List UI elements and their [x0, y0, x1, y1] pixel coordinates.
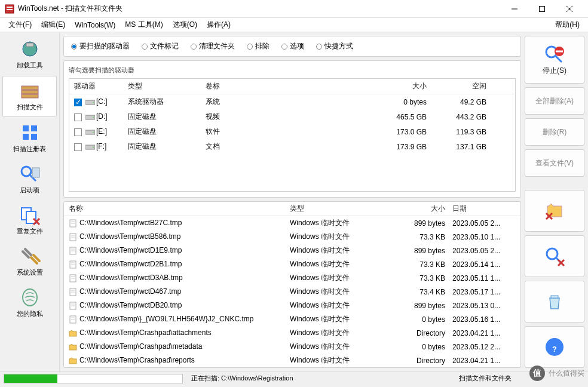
tab-filemarks[interactable]: 文件标记 — [139, 40, 181, 53]
drive-checkbox[interactable]: ✓ — [74, 99, 82, 106]
sidebar-item-privacy[interactable]: 您的隐私 — [2, 283, 57, 323]
file-icon — [69, 315, 77, 324]
app-icon — [5, 4, 14, 14]
view-file-button[interactable]: 查看文件(V) — [525, 149, 584, 177]
file-row[interactable]: C:\Windows\Temp\wctB27C.tmpWindows 临时文件8… — [64, 216, 520, 230]
menu-options[interactable]: 选项(O) — [168, 19, 202, 31]
drive-row[interactable]: [F:]固定磁盘文档173.9 GB137.1 GB — [69, 139, 515, 154]
delete-button[interactable]: 删除(R) — [525, 118, 584, 146]
file-row[interactable]: C:\Windows\Temp\wctD2B1.tmpWindows 临时文件7… — [64, 257, 520, 271]
file-date: 2023.05.05 2... — [445, 247, 516, 255]
menu-wintools[interactable]: WinTools(W) — [70, 20, 120, 30]
sidebar-item-uninstall[interactable]: 卸载工具 — [2, 35, 57, 75]
status-scanning: 正在扫描: C:\Windows\Registration — [186, 374, 298, 383]
scanfiles-icon — [18, 80, 42, 102]
tab-shortcuts[interactable]: 快捷方式 — [314, 40, 356, 53]
file-size: 899 bytes — [379, 247, 445, 255]
file-row[interactable]: C:\Windows\Temp\wctDB20.tmpWindows 临时文件8… — [64, 299, 520, 312]
drive-checkbox[interactable] — [74, 143, 82, 151]
sidebar: 卸载工具 扫描文件 扫描注册表 启动项 重复文件 系统设置 您的隐私 — [0, 32, 60, 371]
file-icon — [69, 233, 77, 241]
col-name[interactable]: 名称 — [69, 204, 290, 214]
tab-cleanfolders[interactable]: 清理文件夹 — [188, 40, 237, 53]
drive-size: 465.5 GB — [289, 113, 427, 121]
file-type: Windows 临时文件 — [290, 287, 379, 297]
file-size: 899 bytes — [379, 302, 445, 310]
sidebar-item-startup[interactable]: 启动项 — [2, 159, 57, 199]
file-list-header: 名称 类型 大小 日期 — [64, 202, 520, 216]
col-label[interactable]: 卷标 — [206, 81, 289, 91]
col-ftype[interactable]: 类型 — [290, 204, 379, 214]
file-row[interactable]: C:\Windows\Temp\wctD467.tmpWindows 临时文件7… — [64, 285, 520, 299]
minimize-button[interactable] — [501, 0, 528, 18]
file-date: 2023.05.14 1... — [445, 260, 516, 269]
col-free[interactable]: 空闲 — [427, 81, 486, 91]
tab-drives[interactable]: 要扫描的驱动器 — [69, 40, 132, 53]
uninstall-icon — [18, 38, 42, 60]
file-row[interactable]: C:\Windows\Temp\wctB586.tmpWindows 临时文件7… — [64, 230, 520, 244]
file-name: C:\Windows\Temp\wctDB20.tmp — [79, 301, 182, 309]
file-row[interactable]: C:\Windows\Temp\Crashpad\reportsWindows … — [64, 354, 520, 367]
file-row[interactable]: C:\Windows\Temp\}_{WO9L7LHH564W}J2_CNKC.… — [64, 312, 520, 326]
delete-all-button[interactable]: 全部删除(A) — [525, 87, 584, 115]
file-date: 2023.05.05 2... — [445, 219, 516, 228]
scan-progress — [4, 374, 183, 383]
file-row[interactable]: C:\Windows\Temp\wctD1E9.tmpWindows 临时文件8… — [64, 244, 520, 257]
sidebar-item-dupfiles[interactable]: 重复文件 — [2, 201, 57, 241]
menu-actions[interactable]: 操作(A) — [202, 19, 235, 31]
search-delete-button[interactable] — [525, 235, 584, 277]
drive-type: 固定磁盘 — [128, 142, 206, 152]
delete-folder-button[interactable] — [525, 190, 584, 232]
file-row[interactable]: C:\Windows\Temp\Crashpad\attachmentsWind… — [64, 326, 520, 340]
drive-size: 173.9 GB — [289, 143, 427, 151]
file-date: 2023.04.21 1... — [445, 329, 516, 337]
svg-rect-10 — [22, 90, 38, 94]
menu-mstools[interactable]: MS 工具(M) — [120, 19, 167, 31]
file-name: C:\Windows\Temp\Crashpad\metadata — [79, 342, 202, 351]
drive-checkbox[interactable] — [74, 128, 82, 136]
close-button[interactable] — [556, 0, 583, 18]
file-name: C:\Windows\Temp\wctB27C.tmp — [79, 219, 182, 227]
recycle-button[interactable] — [525, 281, 584, 322]
col-size[interactable]: 大小 — [289, 81, 427, 91]
watermark-icon: 值 — [529, 366, 545, 381]
menu-file[interactable]: 文件(F) — [4, 19, 36, 31]
drive-name: [C:] — [96, 97, 108, 106]
svg-rect-20 — [26, 211, 36, 223]
svg-point-29 — [93, 132, 94, 133]
col-fsize[interactable]: 大小 — [379, 204, 445, 214]
drive-row[interactable]: [D:]固定磁盘视频465.5 GB443.2 GB — [69, 109, 515, 124]
file-name: C:\Windows\Temp\wctD467.tmp — [79, 287, 181, 296]
folder-delete-icon — [544, 200, 565, 222]
col-fdate[interactable]: 日期 — [445, 204, 516, 214]
sidebar-item-scanfiles[interactable]: 扫描文件 — [2, 76, 57, 117]
drive-label: 视频 — [206, 112, 289, 122]
svg-point-25 — [93, 102, 94, 103]
drive-row[interactable]: [E:]固定磁盘软件173.0 GB119.3 GB — [69, 124, 515, 139]
disk-icon — [85, 113, 95, 121]
sidebar-item-syssettings[interactable]: 系统设置 — [2, 242, 57, 282]
drive-checkbox[interactable] — [74, 113, 82, 121]
file-row[interactable]: C:\Windows\Temp\Crashpad\metadataWindows… — [64, 340, 520, 354]
disk-icon — [85, 143, 95, 150]
stop-button[interactable]: 停止(S) — [525, 36, 584, 84]
help-button[interactable]: ? — [525, 326, 584, 368]
drive-free: 49.2 GB — [427, 98, 486, 106]
file-type: Windows 临时文件 — [290, 314, 379, 324]
file-size: 73.4 KB — [379, 288, 445, 296]
sidebar-item-scanreg[interactable]: 扫描注册表 — [2, 118, 57, 158]
menubar: 文件(F) 编辑(E) WinTools(W) MS 工具(M) 选项(O) 操… — [0, 18, 588, 32]
tab-exclude[interactable]: 排除 — [244, 40, 272, 53]
drive-type: 固定磁盘 — [128, 112, 206, 122]
file-row[interactable]: C:\Windows\Temp\wctD3AB.tmpWindows 临时文件7… — [64, 271, 520, 285]
maximize-button[interactable] — [528, 0, 556, 18]
file-type: Windows 临时文件 — [290, 259, 379, 269]
col-type[interactable]: 类型 — [128, 81, 206, 91]
file-size: Directory — [379, 357, 445, 365]
menu-edit[interactable]: 编辑(E) — [36, 19, 70, 31]
drive-row[interactable]: ✓[C:]系统驱动器系统0 bytes49.2 GB — [69, 94, 515, 109]
menu-help[interactable]: 帮助(H) — [550, 19, 584, 31]
col-drive[interactable]: 驱动器 — [74, 81, 128, 91]
svg-point-27 — [93, 117, 94, 118]
tab-options[interactable]: 选项 — [279, 40, 307, 53]
